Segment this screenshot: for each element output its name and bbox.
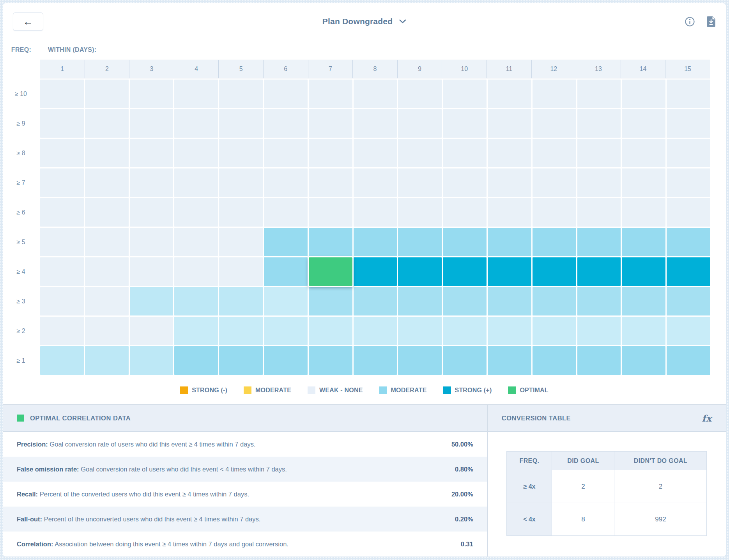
heatmap-cell[interactable] bbox=[533, 228, 576, 256]
heatmap-cell[interactable] bbox=[264, 346, 308, 375]
heatmap-cell[interactable] bbox=[667, 287, 710, 315]
heatmap-cell[interactable] bbox=[309, 168, 352, 197]
heatmap-cell[interactable] bbox=[533, 139, 576, 167]
heatmap-cell[interactable] bbox=[85, 257, 129, 286]
heatmap-cell[interactable] bbox=[667, 80, 710, 108]
heatmap-cell[interactable] bbox=[85, 287, 129, 315]
heatmap-cell[interactable] bbox=[443, 198, 487, 227]
heatmap-cell[interactable] bbox=[533, 168, 576, 197]
heatmap-cell[interactable] bbox=[130, 109, 173, 138]
heatmap-cell[interactable] bbox=[533, 257, 576, 286]
heatmap-cell[interactable] bbox=[577, 168, 621, 197]
heatmap-cell[interactable] bbox=[85, 346, 129, 375]
event-selector[interactable]: Plan Downgraded bbox=[322, 17, 406, 26]
heatmap-cell-selected-optimal[interactable] bbox=[309, 257, 352, 286]
heatmap-cell[interactable] bbox=[533, 287, 576, 315]
heatmap-cell[interactable] bbox=[309, 80, 352, 108]
info-icon[interactable] bbox=[685, 16, 695, 27]
heatmap-cell[interactable] bbox=[264, 228, 308, 256]
heatmap-cell[interactable] bbox=[443, 317, 487, 345]
heatmap-cell[interactable] bbox=[130, 257, 173, 286]
heatmap-cell[interactable] bbox=[309, 109, 352, 138]
heatmap-cell[interactable] bbox=[219, 80, 263, 108]
heatmap-cell[interactable] bbox=[488, 317, 531, 345]
heatmap-cell[interactable] bbox=[577, 346, 621, 375]
heatmap-cell[interactable] bbox=[219, 168, 263, 197]
heatmap-cell[interactable] bbox=[264, 287, 308, 315]
heatmap-cell[interactable] bbox=[40, 287, 84, 315]
heatmap-cell[interactable] bbox=[533, 109, 576, 138]
heatmap-cell[interactable] bbox=[354, 139, 397, 167]
heatmap-cell[interactable] bbox=[174, 228, 218, 256]
heatmap-cell[interactable] bbox=[488, 257, 531, 286]
heatmap-cell[interactable] bbox=[219, 139, 263, 167]
heatmap-cell[interactable] bbox=[130, 346, 173, 375]
heatmap-cell[interactable] bbox=[443, 346, 487, 375]
heatmap-cell[interactable] bbox=[130, 228, 173, 256]
heatmap-cell[interactable] bbox=[354, 287, 397, 315]
heatmap-cell[interactable] bbox=[667, 257, 710, 286]
heatmap-cell[interactable] bbox=[309, 139, 352, 167]
heatmap-cell[interactable] bbox=[354, 346, 397, 375]
heatmap-cell[interactable] bbox=[398, 168, 442, 197]
heatmap-cell[interactable] bbox=[264, 109, 308, 138]
heatmap-cell[interactable] bbox=[40, 228, 84, 256]
heatmap-cell[interactable] bbox=[533, 198, 576, 227]
heatmap-cell[interactable] bbox=[354, 198, 397, 227]
heatmap-cell[interactable] bbox=[264, 168, 308, 197]
heatmap-cell[interactable] bbox=[488, 346, 531, 375]
heatmap-cell[interactable] bbox=[309, 228, 352, 256]
heatmap-cell[interactable] bbox=[488, 228, 531, 256]
heatmap-cell[interactable] bbox=[398, 139, 442, 167]
heatmap-cell[interactable] bbox=[85, 80, 129, 108]
heatmap-cell[interactable] bbox=[398, 346, 442, 375]
heatmap-cell[interactable] bbox=[577, 228, 621, 256]
heatmap-cell[interactable] bbox=[219, 346, 263, 375]
heatmap-cell[interactable] bbox=[622, 346, 665, 375]
heatmap-cell[interactable] bbox=[130, 80, 173, 108]
heatmap-cell[interactable] bbox=[85, 139, 129, 167]
heatmap-cell[interactable] bbox=[577, 80, 621, 108]
heatmap-cell[interactable] bbox=[577, 317, 621, 345]
heatmap-cell[interactable] bbox=[174, 346, 218, 375]
heatmap-cell[interactable] bbox=[622, 198, 665, 227]
heatmap-cell[interactable] bbox=[130, 139, 173, 167]
heatmap-cell[interactable] bbox=[130, 168, 173, 197]
heatmap-cell[interactable] bbox=[40, 168, 84, 197]
heatmap-cell[interactable] bbox=[264, 198, 308, 227]
heatmap-cell[interactable] bbox=[40, 109, 84, 138]
heatmap-cell[interactable] bbox=[174, 317, 218, 345]
heatmap-cell[interactable] bbox=[577, 257, 621, 286]
heatmap-cell[interactable] bbox=[219, 228, 263, 256]
heatmap-cell[interactable] bbox=[667, 346, 710, 375]
heatmap-cell[interactable] bbox=[667, 109, 710, 138]
heatmap-cell[interactable] bbox=[667, 317, 710, 345]
heatmap-cell[interactable] bbox=[622, 109, 665, 138]
heatmap-cell[interactable] bbox=[443, 80, 487, 108]
heatmap-cell[interactable] bbox=[622, 317, 665, 345]
heatmap-cell[interactable] bbox=[398, 287, 442, 315]
heatmap-cell[interactable] bbox=[130, 287, 173, 315]
heatmap-cell[interactable] bbox=[488, 168, 531, 197]
heatmap-cell[interactable] bbox=[354, 317, 397, 345]
heatmap-cell[interactable] bbox=[488, 109, 531, 138]
heatmap-cell[interactable] bbox=[130, 317, 173, 345]
heatmap-cell[interactable] bbox=[398, 80, 442, 108]
heatmap-cell[interactable] bbox=[264, 317, 308, 345]
formula-fx-icon[interactable]: fx bbox=[702, 413, 712, 424]
heatmap-cell[interactable] bbox=[622, 168, 665, 197]
heatmap-cell[interactable] bbox=[309, 317, 352, 345]
heatmap-cell[interactable] bbox=[398, 317, 442, 345]
heatmap-cell[interactable] bbox=[398, 257, 442, 286]
heatmap-cell[interactable] bbox=[443, 257, 487, 286]
heatmap-cell[interactable] bbox=[577, 109, 621, 138]
heatmap-cell[interactable] bbox=[40, 257, 84, 286]
heatmap-cell[interactable] bbox=[398, 228, 442, 256]
heatmap-cell[interactable] bbox=[85, 168, 129, 197]
heatmap-cell[interactable] bbox=[309, 198, 352, 227]
heatmap-cell[interactable] bbox=[443, 139, 487, 167]
heatmap-cell[interactable] bbox=[577, 198, 621, 227]
heatmap-cell[interactable] bbox=[667, 139, 710, 167]
heatmap-cell[interactable] bbox=[174, 80, 218, 108]
heatmap-cell[interactable] bbox=[667, 228, 710, 256]
